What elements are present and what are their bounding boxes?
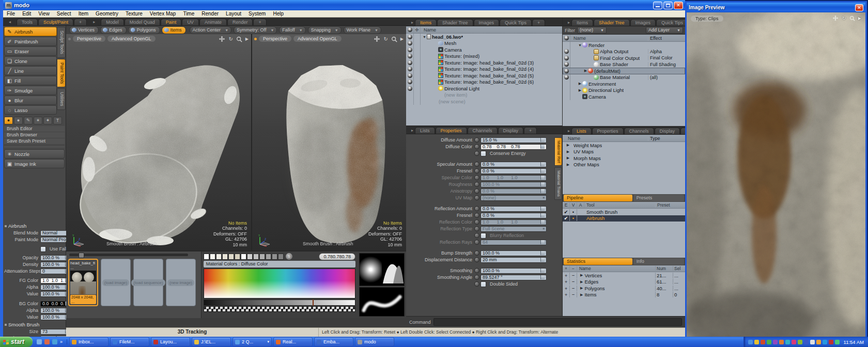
swatch-store-button[interactable]: S <box>286 253 292 260</box>
select-remove-button[interactable]: − <box>570 286 577 291</box>
color-gradient-field[interactable] <box>204 269 355 298</box>
channel-knob[interactable] <box>474 257 479 262</box>
expand-arrow[interactable]: ▼ <box>578 43 582 47</box>
tray-icon[interactable] <box>816 340 821 344</box>
statistics-row[interactable]: + − ▶Edges 61... ... <box>563 279 685 286</box>
eye-icon[interactable] <box>408 54 412 58</box>
select-remove-button[interactable]: − <box>570 292 577 297</box>
paint-tool-button[interactable]: ◌ Lasso <box>4 105 57 115</box>
mini-slider-handle[interactable] <box>540 207 545 211</box>
checkbox[interactable] <box>481 233 486 239</box>
layout-tab[interactable]: Animate <box>199 19 227 25</box>
panel-tab[interactable]: Items <box>571 19 593 26</box>
eye-icon[interactable] <box>564 69 569 73</box>
pan-icon[interactable] <box>219 36 225 42</box>
expand-arrow[interactable]: ▶ <box>580 293 583 297</box>
expand-arrow[interactable]: ▶ <box>580 280 583 284</box>
panel-tab[interactable]: Images <box>474 19 500 26</box>
value-field[interactable]: 89.5247 °▾ <box>481 275 547 280</box>
taskbar-window-button[interactable]: 2 Q... ▾ <box>233 337 272 346</box>
mini-slider-handle[interactable] <box>540 269 545 273</box>
preview-type-dropdown[interactable]: Type: Clips <box>691 15 723 22</box>
paint-tool-button[interactable]: ✑ Smudge <box>4 86 57 95</box>
panel-tab[interactable]: Shader Tree <box>437 19 473 26</box>
tray-icon[interactable] <box>823 340 827 344</box>
mini-slider-handle[interactable] <box>540 240 545 244</box>
tab-scroll-right-icon[interactable]: ▸ <box>87 20 101 25</box>
brush-tip-button[interactable]: ✶ <box>34 117 42 124</box>
panel-tab[interactable]: Quick Tips <box>500 19 532 26</box>
mini-slider-handle[interactable] <box>540 138 545 142</box>
map-list-row[interactable]: ▶ UV Maps <box>563 149 685 155</box>
value-field[interactable]: 0.78 0.78 0.78▾ <box>481 144 547 150</box>
menu-item[interactable]: Help <box>269 11 287 17</box>
toolbar-dropdown[interactable]: Snapping▼ <box>308 26 342 34</box>
brush-tip-button[interactable]: ● <box>14 117 23 124</box>
effect-value[interactable]: Final Color <box>648 55 685 60</box>
statistics-row[interactable]: + − ▶Items 8 0 <box>563 292 685 298</box>
paint-tool-button[interactable]: ▭ Eraser <box>4 46 57 56</box>
component-mode-button[interactable]: Items <box>162 26 186 34</box>
mini-slider-handle[interactable] <box>540 169 545 173</box>
channel-knob[interactable] <box>474 226 479 231</box>
eye-icon[interactable] <box>408 67 412 71</box>
menu-item[interactable]: Texture <box>122 11 146 17</box>
mini-slider-handle[interactable] <box>540 258 545 262</box>
tray-icon[interactable] <box>761 340 765 344</box>
item-row[interactable]: (new scene) <box>406 98 562 105</box>
zoom-icon[interactable] <box>849 15 855 21</box>
taskbar-window-button[interactable]: Layou... <box>151 337 190 346</box>
tray-icon[interactable] <box>798 340 802 344</box>
color-swatch[interactable] <box>210 254 215 260</box>
viewport-renderer-select[interactable]: Advanced OpenGL <box>107 36 156 42</box>
menu-item[interactable]: Item <box>75 11 92 17</box>
eye-icon[interactable] <box>564 56 569 60</box>
property-side-tab[interactable]: Material Ref <box>554 137 562 166</box>
image-thumb-placeholder[interactable]: (load image) <box>101 259 131 306</box>
item-row[interactable]: Texture: (mixed) <box>406 53 562 60</box>
channel-knob[interactable] <box>474 144 479 149</box>
color-swatch[interactable] <box>235 254 240 260</box>
mini-slider-handle[interactable] <box>540 220 545 224</box>
panel-tab[interactable]: Display <box>655 128 680 134</box>
brush-tip-button[interactable]: T <box>53 117 62 124</box>
image-thumb-placeholder[interactable]: (new image) <box>166 259 196 306</box>
color-swatch[interactable] <box>253 254 259 260</box>
item-row[interactable]: Texture: Image: head_bake_final_02d (6) <box>406 79 562 86</box>
extra-tool-button[interactable]: ✳ Nozzle <box>4 149 65 159</box>
effect-value[interactable]: (all) <box>648 75 685 80</box>
item-row[interactable]: Texture: Image: head_bake_final_02d (5) <box>406 72 562 79</box>
color-swatch[interactable] <box>204 254 209 260</box>
start-button[interactable]: start <box>0 337 33 347</box>
channel-knob[interactable] <box>474 206 479 211</box>
channel-knob[interactable] <box>474 182 479 187</box>
sidebar-category-tab[interactable]: Paint Tools <box>57 59 66 87</box>
value-field[interactable]: (none)▾ <box>481 195 547 201</box>
value-field[interactable]: 0.0 %▾ <box>481 188 547 194</box>
color-swatch[interactable] <box>278 254 284 260</box>
pan-icon[interactable] <box>374 36 380 42</box>
menu-item[interactable]: System <box>245 11 269 17</box>
color-swatch[interactable] <box>216 254 222 260</box>
brush-falloff-profile[interactable] <box>382 254 405 286</box>
taskbar-window-button[interactable]: FileM... <box>110 337 149 346</box>
component-mode-button[interactable]: Edges <box>100 26 127 34</box>
panel-tab-arrow-icon[interactable]: ▸ <box>411 20 415 26</box>
expand-arrow[interactable]: ▶ <box>583 69 588 73</box>
layout-tab[interactable]: Sculpt/Paint <box>38 19 73 25</box>
add-layer-dropdown[interactable]: Add Layer▼ <box>646 27 683 34</box>
tray-icon[interactable] <box>804 340 809 344</box>
mini-slider-handle[interactable] <box>540 213 545 217</box>
preview-canvas[interactable]: Type: Clips ↻ ▶ <box>687 12 865 347</box>
value-marker[interactable] <box>313 299 314 306</box>
statistics-tab[interactable]: Statistics <box>564 258 632 265</box>
value-field[interactable]: Double Sided▾ <box>488 281 554 287</box>
map-list-row[interactable]: ▶ Morph Maps <box>563 155 685 162</box>
color-value-chip[interactable]: 0.780.780.78 <box>319 253 355 260</box>
slider-handle[interactable] <box>79 253 84 258</box>
panel-tab[interactable]: Channels <box>624 128 654 134</box>
menu-item[interactable]: Render <box>198 11 222 17</box>
checkbox[interactable] <box>481 151 486 156</box>
item-row[interactable]: ▼ head_06.lwo* <box>406 34 562 40</box>
title-bar[interactable]: m modo ✕ <box>3 0 685 10</box>
